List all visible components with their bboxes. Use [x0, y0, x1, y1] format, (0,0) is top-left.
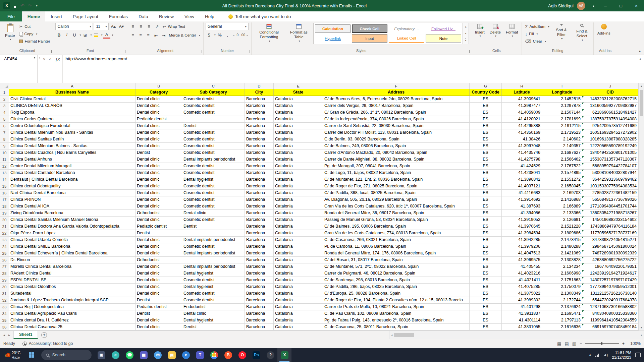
cell[interactable]: 2.1303828	[542, 257, 582, 263]
cell[interactable]: Catalonia	[274, 310, 323, 317]
cell[interactable]: 6691597907408459184	[582, 324, 638, 330]
cell[interactable]: 41.4350169	[502, 129, 542, 136]
cell[interactable]: Barcelona	[245, 210, 274, 217]
tab-review[interactable]: Review	[154, 11, 179, 21]
cell[interactable]: ES	[470, 196, 502, 203]
cell[interactable]: ES	[470, 183, 502, 190]
cell[interactable]: ES	[470, 143, 502, 149]
cell[interactable]: Dentist	[136, 297, 182, 304]
merge-center-button[interactable]: Merge & Center▾	[168, 32, 201, 39]
cell[interactable]: 2.1695471	[542, 310, 582, 317]
cell[interactable]: C/ de Muntaner, 121, Ent. 2, 08036 Barce…	[323, 176, 470, 183]
cell[interactable]: Barcelona	[245, 196, 274, 203]
cell[interactable]: Catalonia	[274, 317, 323, 324]
cell[interactable]: Barcelona	[245, 284, 274, 290]
cell[interactable]: 4263880692756275722	[582, 257, 638, 263]
row-header[interactable]: 19	[0, 210, 9, 217]
vertical-scroll-thumb[interactable]	[640, 90, 643, 116]
column-header-b[interactable]: B	[136, 83, 182, 89]
cell[interactable]: 2.1566462	[542, 156, 582, 163]
cell[interactable]: Catalonia	[274, 284, 323, 290]
cell[interactable]: Jordana & López Truchero Odontologia Int…	[9, 297, 136, 304]
cell[interactable]: 41.4120021	[502, 116, 542, 123]
cell[interactable]: Carrer de Dante Alighieri, 88, 08032 Bar…	[323, 156, 470, 163]
cell[interactable]: C. de Casanova, 25, 08011 Barcelona, Spa…	[323, 324, 470, 330]
avatar[interactable]: AS	[577, 2, 585, 10]
cell[interactable]: 41.3969575	[502, 257, 542, 263]
cell[interactable]: ES	[470, 324, 502, 330]
cell[interactable]: 2.1809686	[542, 230, 582, 237]
cell[interactable]: Catalonia	[274, 243, 323, 250]
scroll-down-icon[interactable]: ▾	[641, 325, 642, 330]
tell-me-box[interactable]: Tell me what you want to do	[228, 11, 291, 21]
cell[interactable]: Catalonia	[274, 196, 323, 203]
number-format-select[interactable]: General▾	[206, 23, 249, 30]
column-header-c[interactable]: C	[182, 83, 245, 89]
cell[interactable]: 41.4275798	[502, 156, 542, 163]
cell[interactable]: Catalonia	[274, 149, 323, 156]
cell[interactable]: 41.4021411	[502, 277, 542, 284]
cell[interactable]: ES	[470, 149, 502, 156]
cell[interactable]: 2.126691	[542, 217, 582, 223]
cell[interactable]: Cosmetic dentist	[182, 109, 245, 116]
borders-button[interactable]: ⊞	[82, 32, 89, 39]
cell[interactable]: Dental clinic	[136, 163, 182, 170]
zoom-level[interactable]: 100%	[628, 341, 641, 346]
column-header-a[interactable]: A	[9, 83, 136, 89]
cell[interactable]: Clínica Dental Cuadros | Nou Barris Cany…	[9, 149, 136, 156]
cell[interactable]: Catalonia	[274, 257, 323, 263]
cell[interactable]: ES	[470, 217, 502, 223]
cell[interactable]: ES	[470, 317, 502, 324]
cell-style-linked-cell[interactable]: Linked Cell	[389, 34, 424, 43]
cell[interactable]: 2.1616636	[542, 324, 582, 330]
cell[interactable]: 41.3911837	[502, 310, 542, 317]
cell[interactable]: ES	[470, 163, 502, 170]
cell[interactable]: ES	[470, 116, 502, 123]
cell[interactable]: 41.4037121	[502, 183, 542, 190]
cell[interactable]: ES	[470, 290, 502, 297]
font-dialog-launcher[interactable]	[122, 50, 125, 53]
align-right-button[interactable]: ≡	[145, 32, 152, 39]
scroll-up-icon[interactable]: ▴	[641, 83, 642, 89]
sheet-nav-left-icon[interactable]: ◂	[3, 333, 5, 337]
zoom-out-button[interactable]: −	[580, 341, 582, 346]
row-header[interactable]: 24	[0, 243, 9, 250]
cell[interactable]: Dental clinic	[182, 210, 245, 217]
cell[interactable]: 2.149357	[542, 143, 582, 149]
cell[interactable]: ES	[470, 284, 502, 290]
cell[interactable]: Catalonia	[274, 96, 323, 103]
cell[interactable]: 2.172744	[542, 297, 582, 304]
row-header[interactable]: 32	[0, 297, 9, 304]
cell[interactable]: Clínica dental Dra. H. Gutiérrez	[9, 317, 136, 324]
excel-icon[interactable]: X	[277, 348, 291, 362]
horizontal-scroll-thumb[interactable]	[394, 333, 414, 337]
cell[interactable]: Carrer de Sant Sebastià, 22, 08030 Barce…	[323, 123, 470, 129]
align-left-button[interactable]: ≡	[129, 32, 136, 39]
cell[interactable]: Carrer de Prats de Molló, 10, 08021 Barc…	[323, 304, 470, 310]
cell[interactable]: Centro Odontológico Eurodental	[9, 123, 136, 129]
cut-button[interactable]: ✂Cut	[18, 23, 51, 30]
new-sheet-button[interactable]: +	[41, 332, 47, 338]
cell[interactable]: ES	[470, 96, 502, 103]
cell[interactable]: 2.133366	[542, 210, 582, 217]
cell[interactable]: 1450196882033154602	[582, 217, 638, 223]
row-header[interactable]: 33	[0, 304, 9, 310]
formula-bar-handle-icon[interactable]: ⋮	[38, 55, 42, 61]
row-header[interactable]: 26	[0, 257, 9, 263]
cell[interactable]: Dental implants periodontist	[182, 263, 245, 270]
cell[interactable]: Dental clinic	[136, 176, 182, 183]
cell[interactable]	[182, 116, 245, 123]
cell[interactable]: Catalonia	[274, 183, 323, 190]
cell[interactable]	[182, 257, 245, 263]
cell[interactable]: Dental clinic	[136, 203, 182, 210]
row-header[interactable]: 35	[0, 317, 9, 324]
cell[interactable]: Dental clinic	[136, 290, 182, 297]
brave-icon[interactable]: B	[221, 348, 235, 362]
taskbar-search[interactable]: Search	[41, 350, 92, 360]
cell[interactable]: Cosmetic dentist	[182, 103, 245, 109]
cell[interactable]: Catalonia	[274, 103, 323, 109]
cell[interactable]: 2.1551272	[542, 176, 582, 183]
cell[interactable]: Dental clinic	[136, 103, 182, 109]
cell[interactable]: 11999641410542304559	[582, 317, 638, 324]
close-button[interactable]: ×	[629, 0, 644, 11]
